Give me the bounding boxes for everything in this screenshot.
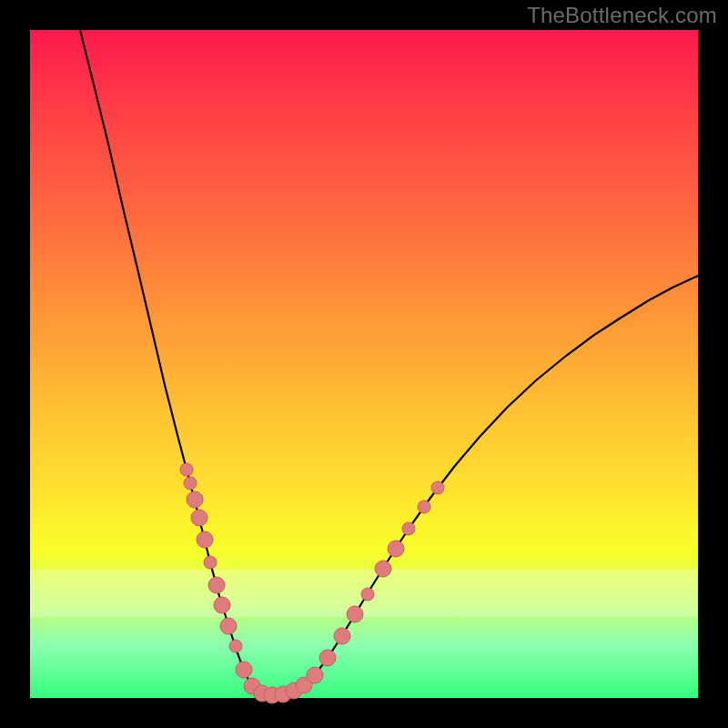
watermark-text: TheBottleneck.com <box>527 3 717 28</box>
bead-point <box>347 606 363 622</box>
outer-frame: TheBottleneck.com <box>0 0 728 728</box>
bead-point <box>191 510 207 526</box>
bead-point <box>229 640 242 652</box>
bead-point <box>236 662 252 678</box>
bead-point <box>204 556 217 569</box>
bead-point <box>307 667 323 683</box>
bead-point <box>431 481 444 494</box>
bead-point <box>361 588 374 601</box>
bead-point <box>388 541 404 557</box>
bead-point <box>184 477 197 490</box>
bead-point <box>214 597 230 613</box>
beads-group <box>180 463 444 703</box>
bead-point <box>180 463 193 476</box>
bottleneck-curve <box>80 30 698 695</box>
bead-point <box>208 577 225 593</box>
bead-point <box>197 531 213 548</box>
bead-point <box>375 561 391 577</box>
bead-point <box>418 500 430 513</box>
bead-point <box>319 650 336 666</box>
bead-point <box>220 618 237 634</box>
bead-point <box>334 628 350 644</box>
bead-point <box>187 491 203 508</box>
curve-svg <box>30 30 698 698</box>
bead-point <box>402 522 415 535</box>
